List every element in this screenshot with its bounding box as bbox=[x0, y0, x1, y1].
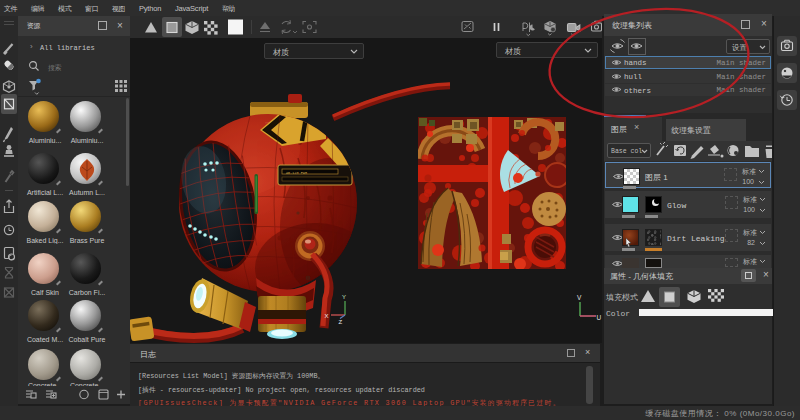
svg-text:Z: Z bbox=[339, 319, 343, 325]
svg-text:AB-123 PWR: AB-123 PWR bbox=[286, 171, 308, 175]
svg-text:Y: Y bbox=[342, 294, 346, 300]
svg-text:X: X bbox=[325, 313, 329, 319]
svg-text:V: V bbox=[577, 294, 582, 301]
svg-text:U: U bbox=[597, 314, 602, 321]
